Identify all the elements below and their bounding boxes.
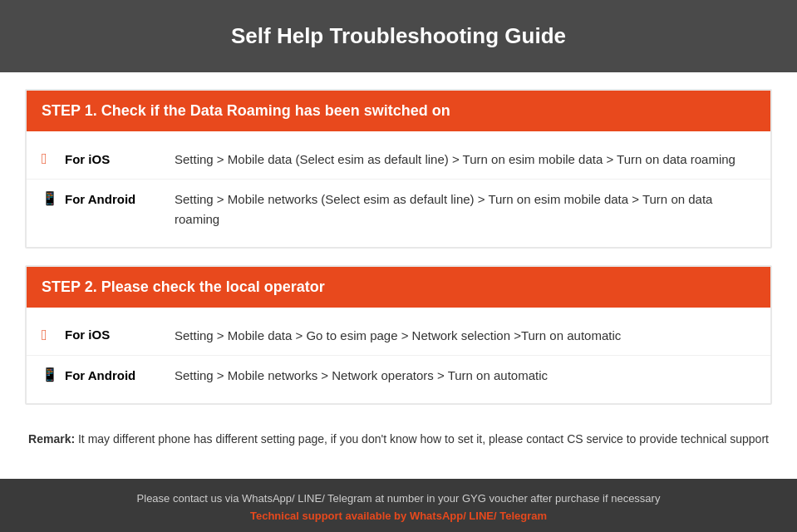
step1-ios-desc: Setting > Mobile data (Select esim as de… — [175, 150, 755, 169]
step1-ios-label:  For iOS — [42, 150, 175, 167]
android-icon: 📱 — [42, 190, 58, 207]
step1-android-desc: Setting > Mobile networks (Select esim a… — [175, 190, 755, 229]
step2-android-desc: Setting > Mobile networks > Network oper… — [175, 366, 755, 385]
footer-contact-line: Please contact us via WhatsApp/ LINE/ Te… — [17, 492, 780, 505]
remark-section: Remark: It may different phone has diffe… — [25, 421, 772, 461]
step2-android-row: 📱 For Android Setting > Mobile networks … — [27, 356, 770, 395]
android-icon-2: 📱 — [42, 367, 58, 383]
step1-block: STEP 1. Check if the Data Roaming has be… — [25, 89, 772, 249]
page-header: Self Help Troubleshooting Guide — [0, 0, 797, 72]
page-footer: Please contact us via WhatsApp/ LINE/ Te… — [0, 479, 797, 532]
ios-icon-2:  — [42, 327, 58, 343]
main-content: STEP 1. Check if the Data Roaming has be… — [0, 72, 797, 479]
step1-heading: STEP 1. Check if the Data Roaming has be… — [42, 102, 755, 120]
page-title: Self Help Troubleshooting Guide — [17, 23, 780, 49]
step2-heading: STEP 2. Please check the local operator — [42, 278, 755, 296]
footer-support-line: Technical support available by WhatsApp/… — [17, 510, 780, 522]
step1-android-label: 📱 For Android — [42, 190, 175, 207]
step2-block: STEP 2. Please check the local operator … — [25, 265, 772, 406]
step1-header: STEP 1. Check if the Data Roaming has be… — [27, 91, 770, 131]
remark-label: Remark: — [28, 432, 75, 446]
step2-content:  For iOS Setting > Mobile data > Go to … — [27, 308, 770, 404]
step2-header: STEP 2. Please check the local operator — [27, 267, 770, 308]
step2-android-label: 📱 For Android — [42, 366, 175, 383]
ios-icon:  — [42, 150, 58, 167]
step1-content:  For iOS Setting > Mobile data (Select … — [27, 131, 770, 247]
step2-ios-row:  For iOS Setting > Mobile data > Go to … — [27, 316, 770, 356]
step2-ios-label:  For iOS — [42, 326, 175, 343]
step1-ios-row:  For iOS Setting > Mobile data (Select … — [27, 140, 770, 180]
step1-android-row: 📱 For Android Setting > Mobile networks … — [27, 180, 770, 239]
step2-ios-desc: Setting > Mobile data > Go to esim page … — [175, 326, 755, 345]
remark-text: It may different phone has different set… — [75, 432, 769, 446]
